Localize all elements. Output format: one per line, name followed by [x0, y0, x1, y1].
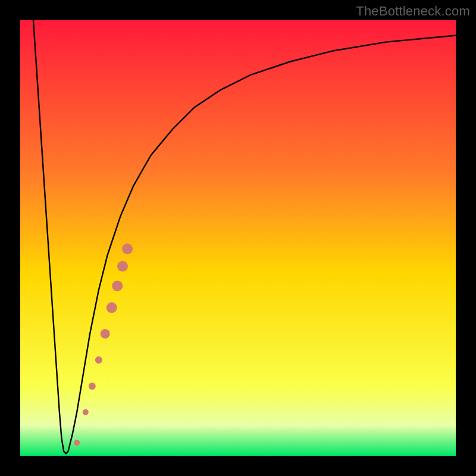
data-dot — [112, 281, 123, 292]
data-dot — [83, 409, 89, 415]
data-dot — [74, 440, 80, 446]
plot-area — [20, 20, 456, 456]
chart-svg — [20, 20, 456, 456]
gradient-background — [20, 20, 456, 456]
data-dot — [95, 356, 102, 364]
data-dot — [117, 261, 128, 272]
outer-frame: TheBottleneck.com — [0, 0, 476, 476]
data-dot — [107, 302, 117, 313]
data-dot — [122, 243, 133, 254]
watermark-text: TheBottleneck.com — [356, 4, 470, 19]
data-dot — [101, 329, 110, 339]
data-dot — [89, 383, 96, 390]
